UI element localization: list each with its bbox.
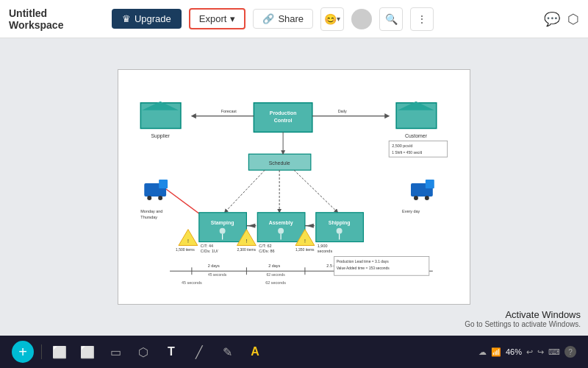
add-button[interactable]: + bbox=[12, 341, 34, 363]
svg-point-39 bbox=[220, 228, 226, 234]
svg-text:2 days: 2 days bbox=[208, 263, 220, 268]
share-button[interactable]: 🔗 Share bbox=[253, 9, 313, 29]
search-icon: 🔍 bbox=[385, 13, 398, 25]
svg-text:!: ! bbox=[304, 238, 306, 244]
svg-text:Value Added time = 153 seconds: Value Added time = 153 seconds bbox=[337, 266, 390, 270]
svg-text:Production Lead time = 3.1 day: Production Lead time = 3.1 days bbox=[337, 260, 390, 263]
svg-text:2,500 pcs/d: 2,500 pcs/d bbox=[392, 144, 412, 148]
pen-button[interactable]: ✎ bbox=[217, 342, 237, 362]
avatar-circle[interactable] bbox=[351, 9, 372, 29]
svg-point-51 bbox=[337, 228, 343, 234]
svg-text:Supplier: Supplier bbox=[151, 133, 170, 139]
highlight-button[interactable]: A bbox=[245, 342, 265, 362]
svg-text:1,900: 1,900 bbox=[318, 244, 328, 248]
more-options-button[interactable]: ⋮ bbox=[410, 7, 434, 31]
container-icon: ⬜ bbox=[80, 345, 95, 359]
emoji-icon: 😊 bbox=[324, 13, 337, 25]
share2-button[interactable]: ⬡ bbox=[567, 11, 579, 27]
export-label: Export bbox=[199, 13, 227, 24]
svg-text:62 seconds: 62 seconds bbox=[265, 280, 286, 285]
header: Untitled Workspace ♛ Upgrade Export ▾ 🔗 … bbox=[0, 0, 588, 38]
percent-label: 46% bbox=[506, 347, 522, 356]
share-link-icon: 🔗 bbox=[262, 13, 274, 24]
svg-point-34 bbox=[414, 196, 418, 200]
svg-text:1,350 items: 1,350 items bbox=[295, 248, 315, 252]
svg-point-35 bbox=[425, 196, 429, 200]
container-button[interactable]: ⬜ bbox=[77, 342, 98, 362]
emoji-button[interactable]: 😊▾ bbox=[320, 7, 344, 31]
question-icon[interactable]: ? bbox=[564, 346, 576, 358]
svg-text:Monday and: Monday and bbox=[140, 209, 162, 213]
vsm-diagram: Production Control Supplier Customer 2,5… bbox=[118, 70, 470, 304]
keyboard-icon: ⌨ bbox=[548, 347, 560, 357]
svg-text:seconds: seconds bbox=[318, 249, 333, 253]
page-icon: ⬜ bbox=[52, 345, 67, 359]
hex-button[interactable]: ⬡ bbox=[133, 342, 154, 362]
svg-text:Schedule: Schedule bbox=[269, 160, 290, 166]
svg-text:Daily: Daily bbox=[338, 109, 347, 113]
svg-text:Forecast: Forecast bbox=[221, 109, 237, 113]
svg-rect-9 bbox=[398, 110, 435, 127]
svg-text:C/Ds: 1U/: C/Ds: 1U/ bbox=[201, 249, 218, 253]
svg-text:!: ! bbox=[187, 238, 189, 244]
svg-text:45 seconds: 45 seconds bbox=[208, 273, 227, 277]
svg-text:1 Shift = 450 sec/d: 1 Shift = 450 sec/d bbox=[392, 151, 422, 155]
activate-line1: Activate Windows bbox=[465, 309, 581, 320]
svg-text:1,500 items: 1,500 items bbox=[176, 248, 195, 252]
svg-text:2,300 items: 2,300 items bbox=[237, 248, 256, 252]
chat-button[interactable]: 💬 bbox=[544, 11, 560, 27]
svg-point-28 bbox=[158, 196, 162, 200]
svg-rect-5 bbox=[142, 110, 179, 127]
line-icon: ╱ bbox=[196, 345, 203, 359]
redo-icon[interactable]: ↪ bbox=[537, 347, 544, 357]
page-button[interactable]: ⬜ bbox=[49, 342, 70, 362]
svg-text:Customer: Customer bbox=[405, 133, 428, 138]
wifi-icon: 📶 bbox=[491, 347, 501, 357]
bottom-toolbar: + ⬜ ⬜ ▭ ⬡ T ╱ ✎ A ☁ 📶 46% ↩ ↪ ⌨ ? bbox=[0, 336, 588, 368]
svg-text:45 seconds: 45 seconds bbox=[182, 280, 202, 285]
svg-text:Assembly: Assembly bbox=[269, 220, 293, 226]
pen-icon: ✎ bbox=[223, 345, 232, 359]
svg-text:C/T: 62: C/T: 62 bbox=[259, 244, 271, 248]
svg-text:Control: Control bbox=[274, 118, 293, 123]
activate-line2: Go to Settings to activate Windows. bbox=[465, 320, 581, 328]
share-label: Share bbox=[278, 13, 304, 24]
upgrade-label: Upgrade bbox=[135, 13, 171, 24]
workspace-title: Untitled Workspace bbox=[9, 7, 104, 31]
upgrade-button[interactable]: ♛ Upgrade bbox=[112, 9, 182, 29]
svg-rect-26 bbox=[159, 180, 168, 188]
export-chevron-icon: ▾ bbox=[230, 13, 235, 24]
svg-text:!: ! bbox=[245, 238, 247, 244]
activate-windows-text: Activate Windows Go to Settings to activ… bbox=[465, 309, 581, 328]
shape-icon: ▭ bbox=[110, 345, 121, 359]
svg-text:Shipping: Shipping bbox=[329, 220, 351, 226]
svg-text:2 days: 2 days bbox=[268, 263, 280, 268]
ellipsis-icon: ⋮ bbox=[417, 13, 427, 25]
toolbar-separator-1 bbox=[41, 344, 42, 359]
svg-text:Every day: Every day bbox=[402, 209, 420, 213]
undo-icon[interactable]: ↩ bbox=[526, 347, 533, 357]
svg-rect-33 bbox=[426, 180, 434, 188]
cloud-icon: ☁ bbox=[478, 347, 487, 357]
svg-text:Stamping: Stamping bbox=[211, 220, 234, 226]
diagram-container[interactable]: Value Stream Map Template Type something… bbox=[118, 69, 470, 305]
svg-point-45 bbox=[278, 228, 284, 234]
svg-text:C/Ds: 86: C/Ds: 86 bbox=[259, 249, 274, 253]
search-button[interactable]: 🔍 bbox=[379, 7, 403, 31]
hex-icon: ⬡ bbox=[138, 345, 148, 359]
svg-point-27 bbox=[147, 196, 151, 200]
svg-text:C/T: 44: C/T: 44 bbox=[201, 244, 213, 248]
export-button[interactable]: Export ▾ bbox=[189, 8, 246, 29]
text-icon: T bbox=[168, 345, 175, 358]
text-button[interactable]: T bbox=[161, 342, 182, 362]
highlight-icon: A bbox=[251, 345, 259, 358]
plus-icon: + bbox=[18, 344, 27, 361]
shape-button[interactable]: ▭ bbox=[105, 342, 126, 362]
canvas-area[interactable]: Value Stream Map Template Type something… bbox=[0, 38, 588, 336]
main-canvas-area: Value Stream Map Template Type something… bbox=[0, 38, 588, 336]
crown-icon: ♛ bbox=[122, 13, 131, 24]
svg-text:Production: Production bbox=[270, 110, 297, 116]
line-button[interactable]: ╱ bbox=[189, 342, 209, 362]
svg-text:62 seconds: 62 seconds bbox=[266, 273, 285, 277]
svg-text:Thursday: Thursday bbox=[140, 215, 157, 219]
